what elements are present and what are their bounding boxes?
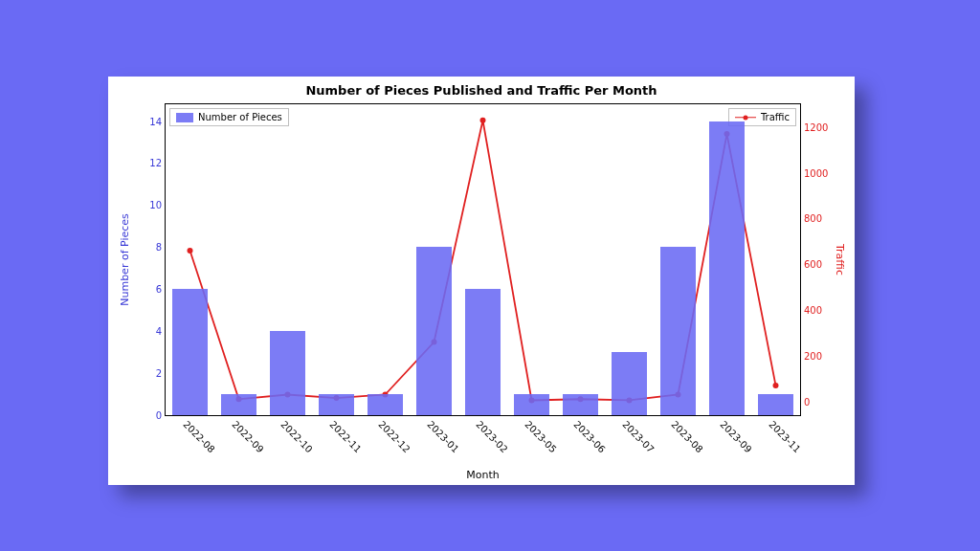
ytick-left: 12 xyxy=(149,158,166,168)
ytick-left: 6 xyxy=(156,284,166,295)
ytick-right: 800 xyxy=(800,213,822,224)
plot-area: Number of Pieces Traffic 024681012140200… xyxy=(165,103,801,416)
bar xyxy=(416,247,453,415)
bar xyxy=(563,394,599,415)
bar xyxy=(612,352,648,415)
xtick: 2023-09 xyxy=(718,419,753,454)
xtick: 2023-02 xyxy=(474,419,509,454)
ytick-right: 1200 xyxy=(800,121,828,132)
bar xyxy=(514,394,550,415)
ytick-left: 8 xyxy=(156,242,166,253)
xtick: 2023-11 xyxy=(767,419,802,454)
bar xyxy=(270,331,306,415)
xtick: 2022-08 xyxy=(181,419,216,454)
xtick: 2022-10 xyxy=(278,419,314,454)
bar xyxy=(709,121,746,415)
bar xyxy=(660,247,697,415)
traffic-point xyxy=(480,118,486,123)
chart-panel: Number of Pieces Published and Traffic P… xyxy=(108,77,855,485)
xtick: 2022-11 xyxy=(327,419,363,454)
bar xyxy=(172,289,209,415)
y-axis-left-label: Number of Pieces xyxy=(118,103,131,416)
ytick-left: 0 xyxy=(156,410,166,421)
xtick: 2023-08 xyxy=(669,419,704,454)
bar xyxy=(221,394,257,415)
xtick: 2022-09 xyxy=(230,419,265,454)
ytick-left: 10 xyxy=(149,200,166,210)
bar xyxy=(319,394,355,415)
bar xyxy=(368,394,404,415)
ytick-right: 200 xyxy=(800,350,822,361)
ytick-left: 14 xyxy=(149,116,166,126)
ytick-right: 0 xyxy=(800,396,810,407)
traffic-point xyxy=(773,383,779,388)
ytick-right: 600 xyxy=(800,259,822,270)
xtick: 2023-06 xyxy=(571,419,607,454)
chart-title: Number of Pieces Published and Traffic P… xyxy=(108,83,855,98)
xtick: 2023-07 xyxy=(620,419,656,454)
x-axis-label: Month xyxy=(165,469,801,481)
xtick: 2023-01 xyxy=(425,419,460,454)
y-axis-right-label: Traffic xyxy=(834,103,847,416)
stage: Number of Pieces Published and Traffic P… xyxy=(0,0,980,551)
bar xyxy=(465,289,501,415)
ytick-left: 4 xyxy=(156,326,166,337)
bar xyxy=(758,394,794,415)
ytick-left: 2 xyxy=(156,368,166,379)
ytick-right: 1000 xyxy=(800,167,828,178)
xtick: 2023-05 xyxy=(523,419,558,454)
ytick-right: 400 xyxy=(800,305,822,316)
xtick: 2022-12 xyxy=(376,419,412,454)
traffic-point xyxy=(188,248,193,253)
